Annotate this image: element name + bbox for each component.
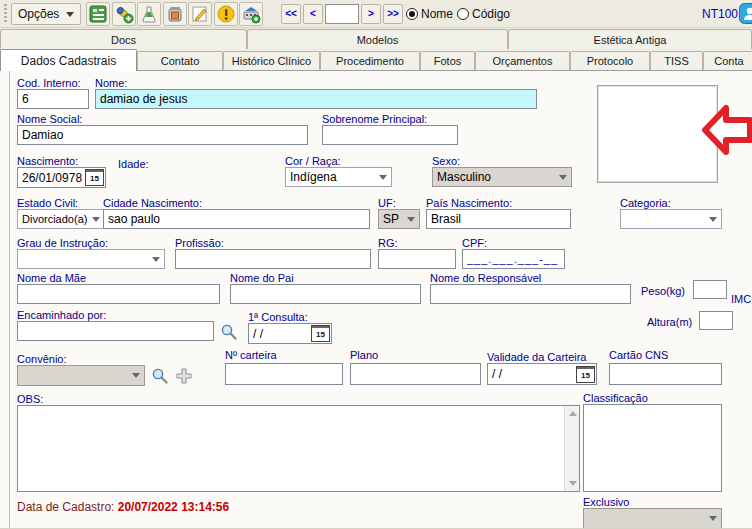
tab-docs[interactable]: Docs: [0, 29, 247, 49]
tab-protocolo[interactable]: Protocolo: [570, 51, 650, 70]
chevron-down-icon: [128, 366, 144, 385]
cartao-cns-input[interactable]: [609, 363, 722, 385]
notes-toolbar-button[interactable]: [188, 2, 212, 26]
options-menu-button[interactable]: Opções: [11, 3, 81, 25]
estado-civil-label: Estado Civil:: [17, 197, 78, 209]
alert-toolbar-button[interactable]: [214, 2, 238, 26]
nome-mae-input[interactable]: [17, 284, 220, 304]
medication-toolbar-button[interactable]: [112, 2, 136, 26]
tab-modelos[interactable]: Modelos: [247, 29, 508, 49]
panel-border-left: [9, 71, 10, 529]
radio-codigo-label: Código: [472, 7, 510, 21]
profissao-label: Profissão:: [175, 237, 224, 249]
grau-instrucao-select[interactable]: [17, 249, 165, 269]
tab-fotos[interactable]: Fotos: [420, 51, 475, 70]
add-icon[interactable]: [175, 367, 193, 385]
profissao-input[interactable]: [175, 249, 371, 269]
search-icon[interactable]: [220, 323, 238, 341]
form-icon: [88, 4, 108, 24]
nascimento-input[interactable]: 26/01/0978 15: [17, 167, 106, 188]
chevron-down-icon: [88, 210, 104, 228]
classificacao-label: Classificação: [583, 392, 648, 404]
primeira-consulta-input[interactable]: / / 15: [248, 323, 332, 344]
chevron-down-icon: [66, 12, 74, 17]
nome-input[interactable]: [95, 89, 537, 109]
tab-procedimento[interactable]: Procedimento: [320, 51, 420, 70]
pills-add-icon: [114, 4, 134, 24]
patient-photo-placeholder[interactable]: [597, 85, 718, 183]
peso-input[interactable]: [693, 280, 727, 299]
nome-pai-input[interactable]: [230, 284, 421, 304]
exclusivo-label: Exclusivo: [583, 496, 629, 508]
convenio-select[interactable]: [17, 365, 145, 386]
uf-select[interactable]: SP: [378, 209, 420, 229]
search-icon[interactable]: [151, 367, 169, 385]
red-arrow-annotation: [701, 99, 752, 161]
nome-social-input[interactable]: [17, 125, 308, 145]
sexo-label: Sexo:: [432, 155, 460, 167]
jar-icon: [165, 4, 185, 24]
sexo-select[interactable]: Masculino: [432, 167, 572, 187]
calendar-icon[interactable]: 15: [576, 366, 595, 383]
tab-orcamentos[interactable]: Orçamentos: [475, 51, 570, 70]
cod-interno-input[interactable]: [17, 89, 89, 109]
nome-pai-label: Nome do Pai: [230, 272, 294, 284]
scroll-up-icon[interactable]: [565, 406, 580, 421]
nav-next-button[interactable]: >: [361, 4, 381, 24]
tab-conta[interactable]: Conta: [703, 51, 752, 70]
estado-civil-select[interactable]: Divorciado(a): [17, 209, 105, 229]
altura-input[interactable]: [699, 311, 733, 330]
classificacao-listbox[interactable]: [583, 404, 722, 492]
grau-instrucao-label: Grau de Instrução:: [17, 237, 108, 249]
tab-historico-clinico[interactable]: Histórico Clínico: [223, 51, 320, 70]
form-toolbar-button[interactable]: [86, 2, 110, 26]
register-toolbar-button[interactable]: [239, 2, 263, 26]
tab-contato[interactable]: Contato: [137, 51, 223, 70]
categoria-label: Categoria:: [620, 197, 671, 209]
scroll-down-icon[interactable]: [565, 476, 580, 491]
user-badge-icon[interactable]: [739, 3, 752, 24]
tab-estetica-antiga[interactable]: Estética Antiga: [508, 29, 752, 49]
chevron-down-icon: [555, 168, 571, 186]
calendar-icon[interactable]: 15: [85, 169, 104, 186]
nome-responsavel-input[interactable]: [430, 284, 631, 304]
rg-input[interactable]: [378, 249, 456, 269]
chevron-down-icon: [403, 210, 419, 228]
sobrenome-principal-input[interactable]: [322, 125, 458, 145]
exclusivo-select[interactable]: [583, 508, 722, 529]
num-carteira-input[interactable]: [225, 363, 343, 385]
chevron-down-icon: [705, 210, 721, 228]
obs-scrollbar[interactable]: [564, 406, 579, 491]
exam-toolbar-button[interactable]: [137, 2, 161, 26]
peso-label: Peso(kg): [641, 285, 685, 297]
uf-value: SP: [383, 212, 399, 226]
tab-tiss[interactable]: TISS: [650, 51, 703, 70]
tab-strip-main: Dados Cadastrais Contato Histórico Clíni…: [0, 49, 752, 70]
nav-prev-button[interactable]: <: [303, 4, 323, 24]
cidade-nascimento-input[interactable]: [103, 209, 370, 229]
idade-label: Idade:: [118, 158, 149, 170]
obs-textarea[interactable]: [18, 406, 564, 491]
radio-nome[interactable]: [406, 8, 418, 20]
record-search-input[interactable]: [325, 4, 359, 24]
plano-input[interactable]: [350, 363, 481, 385]
calendar-icon[interactable]: 15: [311, 325, 330, 342]
album-toolbar-button[interactable]: [163, 2, 187, 26]
patient-registration-window: Opções: [0, 0, 752, 529]
radio-codigo[interactable]: [457, 8, 469, 20]
toolbar-grip[interactable]: [4, 4, 7, 24]
encaminhado-por-input[interactable]: [17, 321, 214, 341]
categoria-select[interactable]: [620, 209, 722, 229]
tab-dados-cadastrais[interactable]: Dados Cadastrais: [0, 49, 137, 71]
nav-last-button[interactable]: >>: [383, 4, 403, 24]
validade-carteira-input[interactable]: / / 15: [487, 363, 597, 385]
encaminhado-por-label: Encaminhado por:: [17, 309, 106, 321]
imc-label: IMC:: [731, 293, 752, 305]
cor-raca-select[interactable]: Indígena: [285, 167, 392, 187]
cidade-nascimento-label: Cidade Nascimento:: [103, 197, 202, 209]
cpf-label: CPF:: [462, 237, 487, 249]
nav-first-button[interactable]: <<: [281, 4, 301, 24]
keyboard-add-icon: [241, 4, 261, 24]
cpf-input[interactable]: [462, 249, 565, 269]
pais-nascimento-input[interactable]: [426, 209, 571, 229]
